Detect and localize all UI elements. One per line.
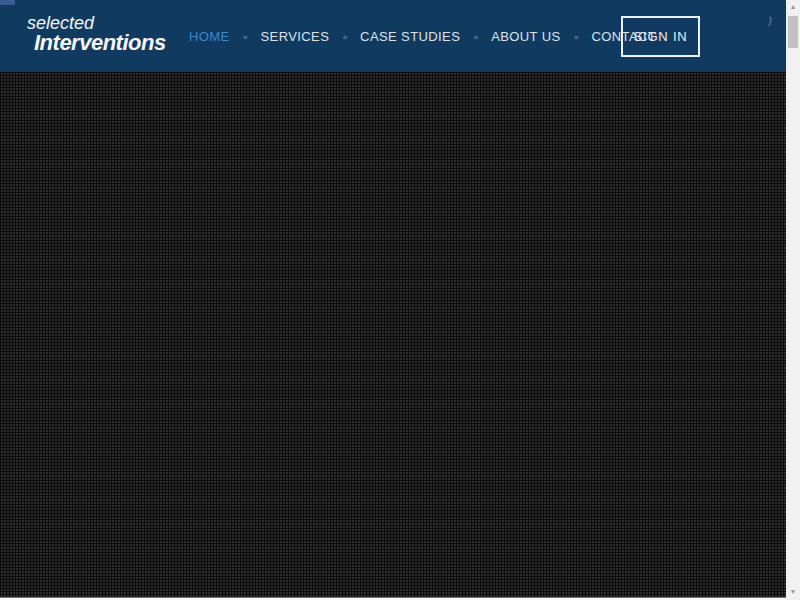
scrollbar-down-button[interactable]: ▼ [786, 585, 800, 598]
loading-spinner-icon [756, 12, 773, 29]
site-header: selected Interventions HOME ∘ SERVICES ∘… [0, 0, 786, 72]
nav-item-services[interactable]: SERVICES [261, 29, 330, 44]
site-logo[interactable]: selected Interventions [27, 14, 166, 54]
nav-separator-icon: ∘ [242, 32, 249, 43]
main-nav: HOME ∘ SERVICES ∘ CASE STUDIES ∘ ABOUT U… [189, 0, 656, 72]
nav-item-about-us[interactable]: ABOUT US [491, 29, 560, 44]
top-left-artifact [0, 0, 15, 5]
sign-in-button[interactable]: SIGN IN [621, 16, 700, 57]
nav-separator-icon: ∘ [472, 32, 479, 43]
nav-item-home[interactable]: HOME [189, 29, 230, 44]
nav-item-case-studies[interactable]: CASE STUDIES [360, 29, 460, 44]
scrollbar-up-button[interactable]: ▲ [786, 0, 800, 13]
scroll-up-arrow-icon: ▲ [790, 3, 797, 10]
scroll-down-arrow-icon: ▼ [790, 588, 797, 595]
logo-wordmark-line2: Interventions [34, 32, 166, 54]
scrollbar-thumb[interactable] [788, 16, 798, 48]
hero-section [0, 72, 786, 597]
vertical-scrollbar[interactable]: ▲ ▼ [786, 0, 800, 600]
nav-separator-icon: ∘ [341, 32, 348, 43]
nav-separator-icon: ∘ [573, 32, 580, 43]
browser-viewport: selected Interventions HOME ∘ SERVICES ∘… [0, 0, 800, 600]
